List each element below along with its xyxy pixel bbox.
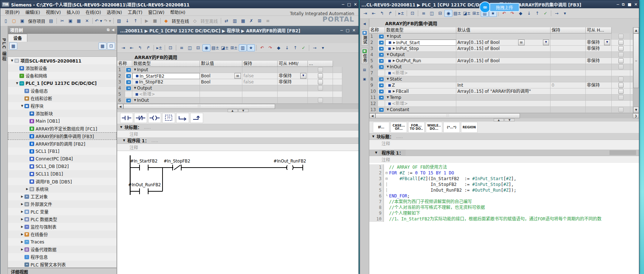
add-row-above-icon[interactable]: ↰ bbox=[136, 44, 144, 51]
retain-cell[interactable] bbox=[586, 95, 612, 101]
retain-cell[interactable] bbox=[586, 107, 612, 113]
section-expander-icon[interactable]: ▼ bbox=[386, 107, 390, 113]
scl-favorite-5[interactable]: REGION bbox=[461, 122, 478, 133]
name-cell[interactable]: ▶InPut_Stop bbox=[385, 46, 456, 52]
retain-cell[interactable] bbox=[278, 97, 308, 104]
hmi-checkbox[interactable] bbox=[618, 77, 624, 82]
cut-icon[interactable]: ✂ bbox=[58, 17, 66, 24]
hmi-checkbox[interactable] bbox=[318, 73, 323, 78]
fb3-breadcrumb[interactable]: ...CL-REV05-20200811 ▶ PLC_1 [CPU 1217C … bbox=[361, 1, 581, 8]
hmi-cell[interactable] bbox=[308, 79, 333, 85]
tree-item-10[interactable]: ▮ARRAY的FB的集中调用 [FB3] bbox=[8, 132, 117, 140]
section-expander-icon[interactable]: ▼ bbox=[133, 85, 137, 91]
menu-item-6[interactable]: 工具(T) bbox=[125, 9, 145, 15]
portal-side-strip[interactable]: PLC 编程 bbox=[0, 26, 8, 274]
network1-bar[interactable]: ▼ 程序段 1： bbox=[369, 150, 639, 156]
default-cell[interactable]: 0 bbox=[551, 82, 586, 88]
no-contact-icon[interactable] bbox=[120, 113, 133, 123]
hmi-cell[interactable] bbox=[612, 33, 630, 40]
delete-icon[interactable]: ✕ bbox=[83, 17, 91, 24]
tree-item-27[interactable]: ≡PLC 报警文本列表 bbox=[8, 261, 117, 268]
coil-label[interactable]: #InOut_RunFB2 bbox=[274, 159, 306, 164]
type-cell[interactable] bbox=[456, 95, 551, 101]
splitter-up-icon[interactable]: ▲ bbox=[494, 118, 504, 122]
default-cell[interactable] bbox=[551, 64, 586, 70]
go-online-button[interactable]: 转至在线 bbox=[170, 18, 191, 24]
add-row-above-icon[interactable]: ↰ bbox=[378, 10, 386, 17]
scl-favorite-2[interactable]: FOR...TO DO.. bbox=[408, 122, 425, 133]
name-cell[interactable]: ▼Static bbox=[385, 76, 456, 82]
comment-toggle-icon[interactable]: ◉ bbox=[444, 10, 452, 17]
close-icon[interactable]: ✕ bbox=[634, 2, 638, 7]
nc-contact-icon[interactable] bbox=[134, 113, 147, 123]
split-horizontal-icon[interactable]: ◫ bbox=[428, 10, 436, 17]
open-project-icon[interactable]: ▢ bbox=[10, 17, 18, 24]
scroll-right-icon[interactable]: ❯ bbox=[633, 113, 639, 118]
tree-item-23[interactable]: ▶▼在线备份 bbox=[8, 230, 117, 238]
default-cell[interactable]: false bbox=[242, 73, 278, 79]
settings-icon[interactable]: ▾ bbox=[561, 10, 569, 17]
retain-cell[interactable] bbox=[586, 52, 612, 58]
contact2-label[interactable]: #In_StopFB2 bbox=[164, 159, 190, 164]
split-horizontal-icon[interactable]: ◫ bbox=[186, 44, 194, 51]
hmi-cell[interactable] bbox=[612, 107, 630, 113]
hmi-checkbox[interactable] bbox=[618, 46, 624, 51]
tree-item-21[interactable]: ▶▦PLC 数据类型 bbox=[8, 215, 117, 223]
tree-item-15[interactable]: ◼SCL11 [DB1] bbox=[8, 170, 117, 178]
retain-cell[interactable] bbox=[586, 33, 612, 40]
type-list-button[interactable]: ▤ bbox=[518, 40, 525, 45]
hmi-checkbox[interactable] bbox=[618, 89, 624, 94]
hmi-checkbox[interactable] bbox=[618, 95, 624, 100]
type-cell[interactable]: Array[0..15] of Bool bbox=[456, 46, 551, 52]
cross-reference-icon[interactable]: ⇄ bbox=[223, 17, 230, 24]
maximize-icon[interactable]: ■ bbox=[627, 2, 631, 7]
outline-icon[interactable]: ≡ bbox=[178, 44, 186, 51]
retain-cell[interactable]: 非保持 bbox=[586, 82, 612, 88]
fb3-col-3[interactable]: 保持 bbox=[551, 27, 586, 33]
tree-expander-icon[interactable]: ▶ bbox=[25, 187, 29, 191]
splitter-down-icon[interactable]: ▼ bbox=[504, 118, 515, 122]
tree-item-7[interactable]: ✚添加新块 bbox=[8, 110, 117, 117]
tree-expander-icon[interactable]: ▶ bbox=[20, 225, 24, 228]
name-cell[interactable]: ▼Output bbox=[132, 85, 200, 91]
download-block-icon[interactable]: ↓ bbox=[283, 44, 291, 51]
library-icon[interactable]: ▤ bbox=[361, 66, 369, 73]
tree-item-18[interactable]: ▶✦工艺对象 bbox=[8, 193, 117, 200]
tree-item-20[interactable]: ▶▦PLC 变量 bbox=[8, 208, 117, 215]
type-cell[interactable]: Array[0..15] of Bool bbox=[456, 58, 551, 64]
keep-actual-icon[interactable]: ⊡ bbox=[408, 10, 416, 17]
type-cell[interactable] bbox=[456, 101, 551, 107]
scl-favorite-1[interactable]: CASE...OF... bbox=[390, 122, 407, 133]
hmi-cell[interactable] bbox=[612, 40, 630, 46]
menu-item-2[interactable]: 视图(V) bbox=[44, 9, 64, 15]
name-cell[interactable]: In_StartFB2 bbox=[132, 73, 200, 79]
window-layout-icon[interactable]: ⊞ bbox=[256, 17, 264, 24]
undo-icon[interactable]: ↶ ▾ bbox=[94, 17, 103, 24]
fb2-col-5[interactable]: ... bbox=[308, 61, 333, 67]
hscroll-thumb[interactable]: ⫶⫶⫶ bbox=[123, 104, 275, 109]
minimize-icon[interactable]: ─ bbox=[617, 2, 619, 7]
tree-expander-icon[interactable]: ▼ bbox=[15, 82, 19, 85]
type-cell[interactable]: Bool bbox=[200, 79, 242, 85]
type-cell[interactable] bbox=[456, 107, 551, 113]
fb3-col-0[interactable]: 名称 bbox=[369, 27, 385, 33]
section-expander-icon[interactable]: ▼ bbox=[386, 64, 390, 70]
hmi-cell[interactable] bbox=[612, 76, 630, 82]
menu-item-5[interactable]: 选项(N) bbox=[104, 9, 124, 15]
split-vertical-icon[interactable]: ⊟ bbox=[194, 44, 202, 51]
comment-toggle-icon[interactable]: ◉ bbox=[202, 44, 210, 51]
hmi-cell[interactable] bbox=[308, 85, 333, 91]
section-expander-icon[interactable]: ▼ bbox=[386, 52, 390, 58]
scl-favorite-3[interactable]: WHILE..DO... bbox=[426, 122, 442, 133]
block-comment[interactable]: 注释 bbox=[117, 131, 358, 137]
absolute-operand-icon[interactable]: ▤± bbox=[453, 10, 462, 17]
fb3-table-vscrollbar[interactable]: ▲ ≡ ▼ bbox=[633, 27, 639, 113]
fb2-col-2[interactable]: 默认值 bbox=[200, 61, 242, 67]
retain-cell[interactable] bbox=[278, 91, 308, 97]
tree-expander-icon[interactable]: ▶ bbox=[20, 218, 24, 221]
network1-bar[interactable]: ▼ 程序段 1： ..... bbox=[117, 137, 358, 144]
default-cell[interactable] bbox=[551, 52, 586, 58]
menu-item-4[interactable]: 在线(O) bbox=[83, 9, 104, 15]
hmi-cell[interactable] bbox=[308, 97, 333, 104]
tree-item-4[interactable]: ⚙设备组态 bbox=[8, 87, 117, 95]
